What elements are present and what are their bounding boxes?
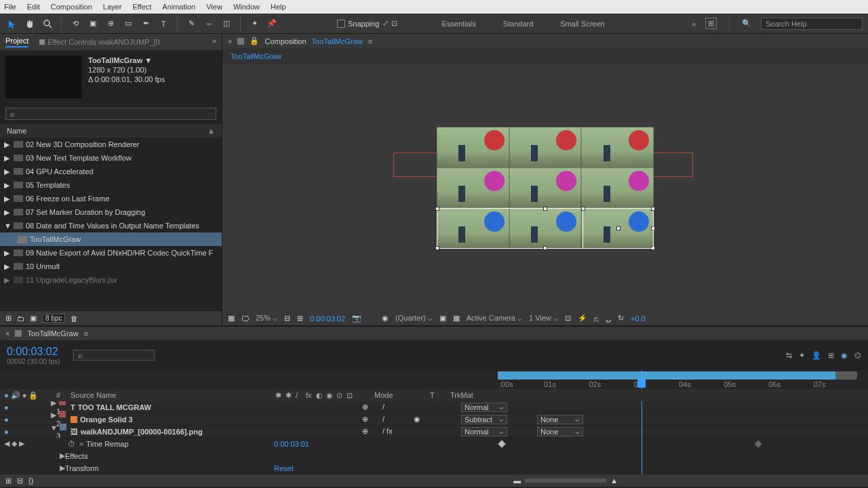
workspace-standard[interactable]: Standard: [503, 20, 534, 28]
zoom-tool-icon[interactable]: [41, 17, 54, 30]
property-time-remap[interactable]: ◀ ◆ ▶ ⏱ ≈ Time Remap 0:00:03:01: [0, 438, 868, 450]
blend-mode-dropdown[interactable]: Subtract⌵: [461, 415, 507, 424]
visibility-toggle[interactable]: ●: [4, 428, 9, 436]
cti-line[interactable]: [642, 401, 642, 474]
keyframe-icon[interactable]: [498, 440, 505, 447]
zoom-slider[interactable]: [525, 479, 606, 483]
roi-icon[interactable]: ▣: [439, 314, 446, 323]
graph-editor-icon[interactable]: ⌬: [854, 351, 861, 360]
timeline-menu-icon[interactable]: ≡: [84, 329, 88, 338]
panel-overflow-icon[interactable]: »: [212, 37, 216, 47]
new-comp-icon[interactable]: ▣: [30, 314, 37, 323]
menu-help[interactable]: Help: [271, 3, 286, 11]
views-dropdown[interactable]: 1 View ⌵: [529, 314, 558, 323]
menu-edit[interactable]: Edit: [27, 3, 40, 11]
project-search-input[interactable]: ⌕: [5, 108, 216, 120]
resolution-dropdown[interactable]: (Quarter) ⌵: [395, 314, 433, 323]
snapping-pixel-icon[interactable]: ⊡: [391, 19, 397, 28]
keyframe-nav[interactable]: ◀ ◆ ▶: [4, 439, 24, 448]
grid-icon[interactable]: ⊞: [297, 314, 303, 323]
channel-icon[interactable]: ◉: [382, 314, 389, 323]
type-tool-icon[interactable]: T: [157, 17, 170, 30]
new-folder-icon[interactable]: 🗀: [17, 314, 24, 323]
visibility-toggle[interactable]: ●: [4, 403, 9, 411]
toggle-inout-icon[interactable]: {}: [28, 476, 33, 485]
res-down-icon[interactable]: ⊟: [284, 314, 290, 323]
toggle-modes-icon[interactable]: ⊟: [17, 476, 23, 485]
snapping-toggle[interactable]: Snapping ⤢ ⊡: [337, 19, 397, 28]
project-folder[interactable]: ▼08 Date and Time Values in Output Name …: [0, 219, 222, 232]
project-comp-item[interactable]: TooTallMcGraw: [0, 232, 222, 246]
snapping-checkbox-icon[interactable]: [337, 20, 345, 28]
work-area-bar[interactable]: [498, 371, 835, 380]
motion-blur-icon[interactable]: ◉: [841, 351, 848, 360]
lock-column-icon[interactable]: 🔒: [28, 391, 38, 400]
pan-behind-tool-icon[interactable]: ⊕: [104, 17, 117, 30]
hand-tool-icon[interactable]: [23, 17, 37, 30]
clone-tool-icon[interactable]: ⎃: [202, 17, 216, 30]
trkmat-dropdown[interactable]: None⌵: [537, 415, 583, 424]
menu-window[interactable]: Window: [233, 3, 260, 11]
workspace-small-screen[interactable]: Small Screen: [560, 20, 604, 28]
transparency-icon[interactable]: ▦: [453, 314, 460, 323]
draft3d-icon[interactable]: ✦: [799, 351, 805, 360]
timeline-icon[interactable]: ⎌: [594, 314, 599, 323]
blend-mode-dropdown[interactable]: Normal⌵: [461, 427, 507, 436]
project-folder[interactable]: ▶02 New 3D Composition Renderer: [0, 138, 222, 151]
project-folder[interactable]: ▶05 Templates: [0, 178, 222, 192]
close-tab-icon[interactable]: ×: [5, 329, 9, 338]
keyframe-icon[interactable]: [754, 440, 762, 447]
viewer-comp-name[interactable]: TooTallMcGraw: [312, 37, 363, 45]
project-folder[interactable]: ▶07 Set Marker Duration by Dragging: [0, 205, 222, 219]
audio-column-icon[interactable]: 🔊: [11, 391, 20, 400]
trkmat-dropdown[interactable]: None⌵: [537, 427, 583, 436]
timeline-time-display[interactable]: 0:00:03:02: [7, 346, 60, 358]
current-time-display[interactable]: 0:00:03:02: [310, 314, 345, 323]
time-ruler[interactable]: :00s 01s 02s 03s 04s 05s 06s 07s: [0, 370, 868, 389]
camera-tool-icon[interactable]: ▣: [86, 17, 100, 30]
flowchart-icon[interactable]: ⍽: [606, 314, 611, 323]
toggle-switches-icon[interactable]: ⊞: [5, 476, 12, 485]
menu-layer[interactable]: Layer: [103, 3, 122, 11]
project-folder[interactable]: ▶10 Unmult: [0, 260, 222, 273]
menu-view[interactable]: View: [206, 3, 222, 11]
fast-preview-icon[interactable]: ⚡: [578, 314, 587, 323]
interpret-icon[interactable]: ⊞: [5, 314, 12, 323]
menu-composition[interactable]: Composition: [51, 3, 92, 11]
zoom-out-icon[interactable]: ▬: [513, 476, 521, 485]
time-navigator[interactable]: [498, 371, 857, 380]
stopwatch-icon[interactable]: ⏱: [68, 440, 75, 448]
menu-animation[interactable]: Animation: [162, 3, 195, 11]
workspace-essentials[interactable]: Essentials: [442, 20, 476, 28]
layer-row[interactable]: ● ▼ 3 🖼 walkANDJUMP_[00000-00166].png ⊕/…: [0, 426, 868, 438]
snapshot-icon[interactable]: 📷: [352, 314, 361, 323]
close-tab-icon[interactable]: ×: [228, 37, 232, 45]
timeline-search-input[interactable]: ⌕: [73, 350, 155, 361]
solo-column-icon[interactable]: ●: [22, 391, 27, 400]
exposure-value[interactable]: +0.0: [631, 314, 646, 323]
menu-effect[interactable]: Effect: [132, 3, 151, 11]
tab-effect-controls[interactable]: Effect Controls walkANDJUMP_[0: [39, 37, 159, 47]
current-time-indicator[interactable]: [642, 370, 642, 389]
visibility-column-icon[interactable]: ●: [4, 391, 9, 400]
layer-row[interactable]: ● ▶ 2 Orange Solid 3 ⊕/◉ Subtract⌵ None⌵: [0, 413, 868, 426]
project-folder[interactable]: ▶09 Native Export of Avid DNxHD/HR Codec…: [0, 246, 222, 260]
flowchart-breadcrumb[interactable]: TooTallMcGraw: [222, 48, 868, 64]
menu-file[interactable]: File: [4, 3, 16, 11]
workspace-overflow-icon[interactable]: »: [692, 20, 696, 28]
type-column-icon[interactable]: ▲: [208, 127, 215, 135]
pixel-aspect-icon[interactable]: ⊡: [565, 314, 571, 323]
trash-icon[interactable]: 🗑: [71, 314, 78, 323]
brush-tool-icon[interactable]: ✎: [184, 17, 198, 30]
roto-tool-icon[interactable]: ✦: [248, 17, 261, 30]
zoom-dropdown[interactable]: 25% ⌵: [256, 314, 277, 323]
layer-row[interactable]: ● ▶ 1 T TOO TALL MCGRAW ⊕/ Normal⌵: [0, 401, 868, 413]
bpc-toggle[interactable]: 8 bpc: [42, 314, 65, 323]
search-help-input[interactable]: Search Help: [761, 18, 863, 30]
shy-icon[interactable]: 👤: [812, 351, 821, 360]
comp-mini-flowchart-icon[interactable]: ⇆: [786, 351, 792, 360]
blend-mode-dropdown[interactable]: Normal⌵: [461, 403, 507, 412]
visibility-toggle[interactable]: ●: [4, 415, 9, 424]
puppet-tool-icon[interactable]: 📌: [265, 17, 279, 30]
project-folder[interactable]: ▶03 New Text Template Workflow: [0, 151, 222, 165]
